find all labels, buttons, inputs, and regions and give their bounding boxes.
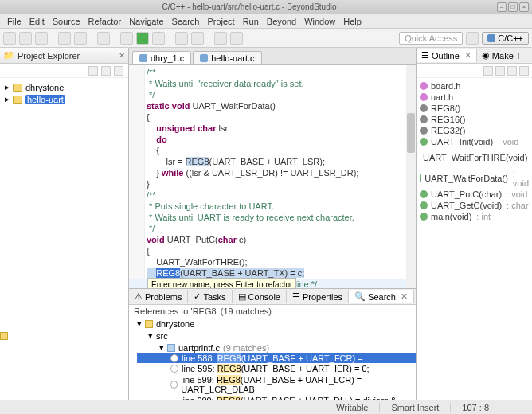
menu-beyond[interactable]: Beyond xyxy=(263,15,300,28)
status-insert-mode: Smart Insert xyxy=(379,403,450,412)
target-icon[interactable] xyxy=(97,32,110,45)
minimize-button[interactable]: – xyxy=(497,2,507,12)
view-close-icon[interactable]: ✕ xyxy=(119,51,125,60)
project-explorer-view: 📁 Project Explorer ✕ ▸ dhrystone ▸ hello… xyxy=(0,48,129,400)
save-all-icon[interactable] xyxy=(35,32,48,45)
menubar: File Edit Source Refactor Navigate Searc… xyxy=(0,14,532,29)
perspective-switcher-icon[interactable] xyxy=(466,32,479,45)
tab-problems[interactable]: ⚠Problems xyxy=(129,290,188,303)
tab-tasks[interactable]: ✓Tasks xyxy=(188,290,232,303)
c-file-icon xyxy=(200,54,208,62)
outline-list[interactable]: board.huart.hREG8()REG16()REG32()UART_In… xyxy=(417,78,532,225)
close-icon[interactable]: ✕ xyxy=(401,291,408,302)
code-editor[interactable]: /** * Waits until "receiver data ready" … xyxy=(129,65,416,288)
sort-icon[interactable] xyxy=(483,66,493,76)
hide-fields-icon[interactable] xyxy=(507,66,517,76)
folder-icon xyxy=(13,84,22,92)
outline-item[interactable]: UART_GetC(void): char xyxy=(420,200,529,211)
tab-console[interactable]: ▤Console xyxy=(233,290,287,303)
search-match[interactable]: line 599: REG8(UART_BASE + UART_LCR) = U… xyxy=(137,374,416,395)
outline-item[interactable]: REG8() xyxy=(420,103,529,114)
menu-run[interactable]: Run xyxy=(239,15,263,28)
search-match[interactable]: line 588: REG8(UART_BASE + UART_FCR) = xyxy=(137,353,416,363)
open-type-icon[interactable] xyxy=(175,32,188,45)
run-icon[interactable] xyxy=(136,32,149,45)
main-area: 📁 Project Explorer ✕ ▸ dhrystone ▸ hello… xyxy=(0,48,532,400)
menu-navigate[interactable]: Navigate xyxy=(125,15,167,28)
menu-file[interactable]: File xyxy=(3,15,25,28)
editor-area: dhry_1.c hello-uart.c /** * Waits until … xyxy=(129,48,416,400)
menu-refactor[interactable]: Refactor xyxy=(84,15,126,28)
close-button[interactable]: × xyxy=(519,2,529,12)
editor-tab[interactable]: dhry_1.c xyxy=(132,51,191,64)
rename-hint: Enter new name, press Enter to refactor xyxy=(147,278,296,288)
project-item[interactable]: ▸ hello-uart xyxy=(5,93,123,105)
outline-item[interactable]: UART_Init(void): void xyxy=(420,136,529,147)
menu-project[interactable]: Project xyxy=(203,15,238,28)
editor-tab[interactable]: hello-uart.c xyxy=(193,51,261,64)
statusbar: Writable Smart Insert 107 : 8 xyxy=(0,400,532,414)
bottom-pane: ⚠Problems ✓Tasks ▤Console ☰Properties 🔍S… xyxy=(129,288,416,400)
tab-search[interactable]: 🔍Search✕ xyxy=(349,290,414,303)
outline-item[interactable]: UART_WaitForTHRE(void): void xyxy=(420,147,529,168)
perspective-cpp[interactable]: C/C++ xyxy=(482,32,529,45)
new-icon[interactable] xyxy=(3,32,16,45)
editor-scrollbar[interactable] xyxy=(406,65,416,288)
nav-back-icon[interactable] xyxy=(214,32,227,45)
build-icon[interactable] xyxy=(58,32,71,45)
save-icon[interactable] xyxy=(19,32,32,45)
window-title: C/C++ - hello-uart/src/hello-uart.c - Be… xyxy=(3,2,495,11)
menu-search[interactable]: Search xyxy=(168,15,204,28)
outline-view: ☰Outline✕ ◉Make T board.huart.hREG8()REG… xyxy=(416,48,532,400)
c-file-icon xyxy=(139,54,147,62)
search-file[interactable]: ▾uartprintf.c (9 matches) xyxy=(137,342,416,353)
view-menu-icon[interactable] xyxy=(114,66,123,76)
nav-forward-icon[interactable] xyxy=(230,32,243,45)
search-icon[interactable] xyxy=(191,32,204,45)
main-toolbar: Quick Access C/C++ xyxy=(0,29,532,48)
menu-source[interactable]: Source xyxy=(49,15,84,28)
titlebar: C/C++ - hello-uart/src/hello-uart.c - Be… xyxy=(0,0,532,14)
debug-icon[interactable] xyxy=(120,32,133,45)
folder-icon xyxy=(13,96,22,104)
collapse-all-icon[interactable] xyxy=(88,66,98,76)
folder-icon: 📁 xyxy=(3,50,14,61)
outline-item[interactable]: main(void): int xyxy=(420,211,529,222)
status-writable: Writable xyxy=(325,403,379,412)
editor-gutter[interactable] xyxy=(129,65,145,288)
project-item[interactable]: ▸ dhrystone xyxy=(5,81,123,93)
search-results[interactable]: References to 'REG8' (19 matches) ▾dhrys… xyxy=(129,305,416,400)
outline-item[interactable]: UART_PutC(char): void xyxy=(420,189,529,200)
menu-window[interactable]: Window xyxy=(300,15,339,28)
outline-item[interactable]: uart.h xyxy=(420,92,529,103)
quick-access-input[interactable]: Quick Access xyxy=(399,32,463,45)
outline-item[interactable]: REG16() xyxy=(420,114,529,125)
build-all-icon[interactable] xyxy=(74,32,87,45)
view-menu-icon[interactable] xyxy=(519,66,529,76)
search-project[interactable]: ▾dhrystone xyxy=(137,318,416,330)
tab-properties[interactable]: ☰Properties xyxy=(287,290,349,303)
outline-item[interactable]: REG32() xyxy=(420,125,529,136)
maximize-button[interactable]: □ xyxy=(508,2,518,12)
editor-tabs: dhry_1.c hello-uart.c xyxy=(129,48,416,65)
link-editor-icon[interactable] xyxy=(101,66,111,76)
profile-icon[interactable] xyxy=(152,32,165,45)
status-cursor-pos: 107 : 8 xyxy=(450,403,500,412)
search-header: References to 'REG8' (19 matches) xyxy=(129,305,416,318)
menu-help[interactable]: Help xyxy=(339,15,366,28)
search-folder[interactable]: ▾src xyxy=(137,330,416,342)
menu-edit[interactable]: Edit xyxy=(25,15,49,28)
outline-item[interactable]: UART_WaitForData(): void xyxy=(420,168,529,189)
filter-icon[interactable] xyxy=(495,66,505,76)
tab-outline[interactable]: ☰Outline✕ xyxy=(417,49,477,62)
project-tree[interactable]: ▸ dhrystone ▸ hello-uart xyxy=(0,78,128,108)
tab-make-targets[interactable]: ◉Make T xyxy=(477,49,526,62)
outline-item[interactable]: board.h xyxy=(420,80,529,92)
cpp-icon xyxy=(487,34,495,42)
project-explorer-title: Project Explorer xyxy=(18,51,80,61)
search-match[interactable]: line 595: REG8(UART_BASE + UART_IER) = 0… xyxy=(137,363,416,374)
